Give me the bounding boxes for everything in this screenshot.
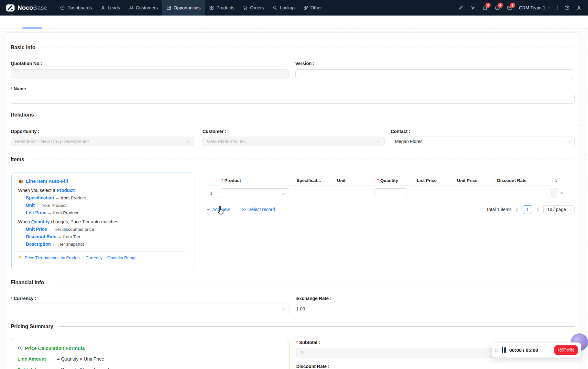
formula-title: Price Calculation Formula (17, 345, 283, 351)
nav-item-leads[interactable]: Leads (96, 0, 124, 16)
nav-item-orders[interactable]: Orders (238, 0, 268, 16)
exchange-rate-value: 1.00 (296, 306, 305, 311)
magnifier-icon (17, 346, 22, 351)
chevron-down-icon (282, 307, 286, 310)
section-divider (49, 283, 575, 283)
pagination-page-1[interactable]: 1 (523, 205, 532, 214)
quotation-no-input (11, 69, 289, 79)
user-icon (100, 5, 105, 10)
section-divider (29, 160, 575, 160)
chevron-down-icon (282, 192, 285, 195)
stop-recording-button[interactable]: 结束录制 (554, 345, 578, 355)
pagination-next[interactable]: ❯ (535, 207, 540, 212)
quantity-input[interactable] (375, 188, 408, 198)
infobox-mapping: Description ← Tier snapshot (26, 241, 188, 247)
nav-item-other[interactable]: Other (299, 0, 326, 16)
section-divider (39, 115, 575, 115)
index-header (204, 176, 219, 185)
navbar-right: 4 4 1 CRM Team 1 (458, 5, 582, 11)
nav-item-opportunities[interactable]: Opportunities (162, 0, 205, 16)
task-check-icon[interactable]: 4 (495, 5, 500, 11)
customer-select: Meta Platforms, Inc. (202, 137, 385, 146)
nav-item-products[interactable]: Products (205, 0, 238, 16)
product-select[interactable] (220, 188, 289, 198)
drag-handle-icon[interactable] (495, 348, 498, 353)
currency-label: *Currency : (11, 296, 36, 301)
section-items: Items (11, 157, 575, 162)
name-input[interactable] (11, 94, 575, 104)
version-input[interactable] (295, 69, 574, 79)
help-icon[interactable] (564, 5, 570, 11)
section-financial-info: Financial Info (11, 280, 575, 285)
customer-label: Customer : (202, 129, 226, 134)
bell-icon[interactable]: 4 (482, 5, 488, 11)
select-record-icon (241, 207, 246, 212)
opportunity-label: Opportunity : (11, 129, 39, 134)
nav-item-customers[interactable]: Customers (124, 0, 162, 16)
unit-price-header: Unit Price (454, 176, 494, 185)
apps-icon (303, 5, 308, 10)
infobox-rule-1: When you select a Product: (18, 188, 188, 193)
nav-item-lookup[interactable]: Lookup (268, 0, 299, 16)
account-icon[interactable] (576, 5, 582, 11)
delete-row-button[interactable]: × (560, 190, 563, 196)
add-new-row-button[interactable]: Add new (206, 207, 230, 212)
section-title: Relations (11, 112, 34, 118)
product-header: *Product (219, 176, 294, 185)
lightbulb-icon (18, 255, 22, 260)
chevron-down-icon (547, 6, 551, 10)
contact-label: Contact : (391, 129, 410, 134)
nocobase-logo[interactable]: NocoBase (6, 4, 47, 12)
subtotal-label: *Subtotal : (296, 340, 320, 345)
divider (557, 6, 558, 10)
pagination: Total 1 items ❮ 1 ❯ 10 / page (486, 205, 575, 214)
required-asterisk: * (11, 86, 12, 91)
chart-box-icon (166, 5, 171, 10)
infobox-mapping: Unit ← from Product (26, 203, 188, 208)
row-index: 1 (204, 185, 219, 201)
section-title: Pricing Summary (11, 324, 53, 330)
exchange-rate-label: Exchange Rate : (296, 296, 332, 301)
section-title: Financial Info (11, 280, 44, 285)
mail-badge: 1 (510, 3, 515, 8)
infobox-title: Line Item Auto-Fill (18, 178, 188, 184)
currency-select[interactable] (11, 304, 289, 313)
app-window: NocoBase Dashboards Leads Customers Oppo… (0, 0, 588, 369)
nav-item-dashboards[interactable]: Dashboards (56, 0, 96, 16)
table-fixed-actions: × (557, 176, 569, 201)
chevron-down-icon (569, 208, 572, 211)
task-badge: 4 (498, 3, 503, 8)
recording-time: 00:00 / 05:00 (509, 347, 538, 353)
line-item-autofill-infobox: Line Item Auto-Fill When you select a Pr… (11, 173, 194, 270)
pen-icon[interactable] (458, 5, 463, 11)
contact-select[interactable]: Megan Flores (391, 137, 575, 146)
logo-mark-icon (6, 4, 15, 12)
quotation-no-label: Quotation No : (11, 61, 42, 66)
items-table: *Product Specificat... Unit *Quantity Li… (204, 176, 569, 201)
select-record-button[interactable]: Select record (241, 207, 275, 212)
version-label: Version : (295, 61, 314, 66)
section-divider (40, 48, 575, 48)
section-title: Items (11, 157, 24, 162)
specification-header: Specificat... (294, 176, 334, 185)
top-navbar: NocoBase Dashboards Leads Customers Oppo… (0, 0, 588, 16)
gear-icon[interactable] (470, 5, 476, 11)
discount-rate-header: Discount Rate (494, 176, 552, 185)
bell-badge: 4 (485, 3, 491, 8)
infobox-tip: Price Tier matches by Product + Currency… (18, 255, 188, 260)
page-tabbar (0, 16, 588, 28)
plus-icon (206, 207, 210, 212)
formula-row: Line Amount= Quantity × Unit Price (17, 356, 283, 362)
mail-icon[interactable]: 1 (507, 5, 513, 11)
infobox-mapping: Discount Rate ← from Tier (26, 234, 188, 239)
team-selector[interactable]: CRM Team 1 (519, 5, 551, 10)
users-icon (128, 5, 134, 10)
section-divider (59, 327, 575, 327)
section-basic-info: Basic Info (11, 45, 575, 50)
pagination-prev[interactable]: ❮ (515, 207, 520, 212)
page-size-select[interactable]: 10 / page (543, 205, 575, 214)
infobox-mapping: Specification ← from Product (26, 195, 188, 200)
pause-icon[interactable] (502, 347, 506, 353)
opportunity-select: HealthFirst - New Drug Development (11, 137, 194, 146)
package-icon (18, 179, 23, 184)
